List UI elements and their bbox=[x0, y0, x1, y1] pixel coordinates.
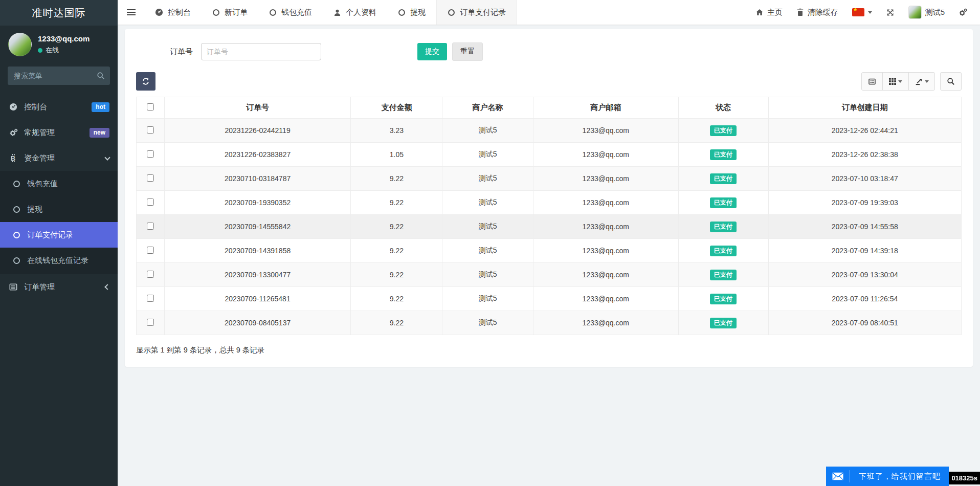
sidebar-item-order-management[interactable]: 订单管理 bbox=[0, 274, 118, 300]
topbar-tab-3[interactable]: 个人资料 bbox=[323, 0, 387, 25]
table-search-button[interactable] bbox=[940, 72, 962, 91]
row-checkbox[interactable] bbox=[147, 150, 154, 158]
table-row[interactable]: 20231226-02442119 3.23 测试5 1233@qq.com 已… bbox=[137, 119, 962, 143]
caret-down-icon bbox=[868, 11, 872, 14]
row-checkbox[interactable] bbox=[147, 174, 154, 182]
submit-button[interactable]: 提交 bbox=[417, 43, 447, 60]
table-row[interactable]: 20230710-03184787 9.22 测试5 1233@qq.com 已… bbox=[137, 167, 962, 191]
cell-amount: 9.22 bbox=[351, 191, 442, 215]
topbar-tab-2[interactable]: 钱包充值 bbox=[258, 0, 323, 25]
status-badge: 已支付 bbox=[710, 270, 737, 280]
user-panel: 1233@qq.com 在线 bbox=[0, 26, 118, 60]
fullscreen-toggle[interactable] bbox=[886, 8, 895, 17]
user-status: 在线 bbox=[38, 46, 90, 55]
table-view-controls bbox=[861, 72, 962, 91]
sidebar-item-funds[interactable]: B 资金管理 bbox=[0, 145, 118, 171]
topbar: 控制台 新订单 钱包充值 个人资料 提现 订单支付记录 主页 bbox=[118, 0, 980, 25]
sidebar-item-online-wallet-recharge-records[interactable]: 在线钱包充值记录 bbox=[0, 248, 118, 273]
sidebar-item-console[interactable]: 控制台 hot bbox=[0, 94, 118, 120]
user-avatar[interactable] bbox=[8, 33, 32, 56]
funds-submenu: 钱包充值 提现 订单支付记录 在线钱包充值记录 bbox=[0, 171, 118, 274]
tab-label: 钱包充值 bbox=[281, 8, 312, 17]
home-link[interactable]: 主页 bbox=[755, 8, 783, 17]
cell-order-no: 20230710-03184787 bbox=[164, 167, 351, 191]
cell-created: 2023-07-10 03:18:47 bbox=[768, 167, 962, 191]
row-checkbox[interactable] bbox=[147, 295, 154, 302]
sidebar: 准时达国际 1233@qq.com 在线 bbox=[0, 0, 118, 486]
cogs-icon bbox=[8, 128, 18, 137]
topbar-tab-0[interactable]: 控制台 bbox=[144, 0, 202, 25]
table-row[interactable]: 20230709-19390352 9.22 测试5 1233@qq.com 已… bbox=[137, 191, 962, 215]
circle-icon bbox=[448, 9, 455, 16]
cell-order-no: 20230709-14391858 bbox=[164, 239, 351, 263]
cell-merchant: 测试5 bbox=[442, 215, 533, 239]
select-all-checkbox[interactable] bbox=[147, 103, 154, 111]
cell-email: 1233@qq.com bbox=[533, 215, 678, 239]
cell-order-no: 20230709-08405137 bbox=[164, 311, 351, 335]
cell-order-no: 20231226-02442119 bbox=[164, 119, 351, 143]
user-menu[interactable]: 测试5 bbox=[908, 6, 945, 19]
sidebar-item-order-payment-records[interactable]: 订单支付记录 bbox=[0, 222, 118, 248]
order-no-input[interactable] bbox=[201, 43, 321, 60]
row-checkbox[interactable] bbox=[147, 247, 154, 254]
export-dropdown-button[interactable] bbox=[908, 72, 935, 91]
table-row[interactable]: 20230709-14555842 9.22 测试5 1233@qq.com 已… bbox=[137, 215, 962, 239]
sidebar-item-wallet-recharge[interactable]: 钱包充值 bbox=[0, 171, 118, 196]
status-badge: 已支付 bbox=[710, 197, 737, 208]
table-row[interactable]: 20230709-13300477 9.22 测试5 1233@qq.com 已… bbox=[137, 263, 962, 287]
row-checkbox[interactable] bbox=[147, 319, 154, 326]
cell-amount: 1.05 bbox=[351, 143, 442, 167]
cell-merchant: 测试5 bbox=[442, 263, 533, 287]
cell-email: 1233@qq.com bbox=[533, 263, 678, 287]
dashboard-icon bbox=[155, 8, 163, 16]
table-row[interactable]: 20231226-02383827 1.05 测试5 1233@qq.com 已… bbox=[137, 143, 962, 167]
sidebar-item-general-settings[interactable]: 常规管理 new bbox=[0, 120, 118, 145]
row-checkbox[interactable] bbox=[147, 271, 154, 278]
settings-button[interactable] bbox=[959, 8, 968, 17]
page-content: 订单号 提交 重置 bbox=[118, 25, 980, 486]
table-row[interactable]: 20230709-11265481 9.22 测试5 1233@qq.com 已… bbox=[137, 287, 962, 311]
cell-amount: 9.22 bbox=[351, 167, 442, 191]
brand-logo[interactable]: 准时达国际 bbox=[0, 0, 118, 26]
topbar-tab-5[interactable]: 订单支付记录 bbox=[436, 0, 517, 25]
hot-badge: hot bbox=[92, 102, 109, 112]
row-checkbox[interactable] bbox=[147, 126, 154, 134]
table-row[interactable]: 20230709-14391858 9.22 测试5 1233@qq.com 已… bbox=[137, 239, 962, 263]
status-badge: 已支付 bbox=[710, 318, 737, 328]
topbar-tab-1[interactable]: 新订单 bbox=[202, 0, 258, 25]
cell-email: 1233@qq.com bbox=[533, 119, 678, 143]
row-checkbox[interactable] bbox=[147, 198, 154, 206]
cell-order-no: 20230709-13300477 bbox=[164, 263, 351, 287]
sidebar-search-input[interactable] bbox=[8, 67, 110, 85]
circle-icon bbox=[11, 232, 21, 238]
reset-button[interactable]: 重置 bbox=[452, 42, 483, 61]
new-badge: new bbox=[90, 128, 109, 138]
cell-amount: 9.22 bbox=[351, 311, 442, 335]
tab-label: 订单支付记录 bbox=[460, 8, 506, 17]
filter-form: 订单号 提交 重置 bbox=[136, 42, 962, 61]
circle-icon bbox=[269, 9, 277, 16]
cell-email: 1233@qq.com bbox=[533, 143, 678, 167]
trash-icon bbox=[796, 8, 804, 16]
tab-label: 控制台 bbox=[168, 8, 191, 17]
sidebar-item-withdraw[interactable]: 提现 bbox=[0, 196, 118, 222]
language-selector[interactable]: ★ bbox=[852, 8, 872, 16]
detail-view-button[interactable] bbox=[861, 72, 883, 91]
cell-order-no: 20231226-02383827 bbox=[164, 143, 351, 167]
clear-cache-link[interactable]: 清除缓存 bbox=[796, 8, 838, 17]
cell-created: 2023-12-26 02:38:38 bbox=[768, 143, 962, 167]
row-checkbox[interactable] bbox=[147, 223, 154, 230]
tab-label: 新订单 bbox=[225, 8, 248, 17]
leave-message-bar[interactable]: 下班了，给我们留言吧 bbox=[826, 467, 949, 486]
chat-widget: 下班了，给我们留言吧 018325s bbox=[826, 467, 980, 486]
table-row[interactable]: 20230709-08405137 9.22 测试5 1233@qq.com 已… bbox=[137, 311, 962, 335]
topbar-tab-4[interactable]: 提现 bbox=[387, 0, 436, 25]
cell-amount: 3.23 bbox=[351, 119, 442, 143]
refresh-button[interactable] bbox=[136, 72, 155, 91]
caret-down-icon bbox=[925, 80, 929, 83]
sidebar-menu: 控制台 hot bbox=[0, 94, 118, 486]
columns-dropdown-button[interactable] bbox=[882, 72, 909, 91]
online-dot-icon bbox=[38, 48, 42, 53]
hamburger-menu-icon[interactable] bbox=[118, 0, 144, 25]
cell-email: 1233@qq.com bbox=[533, 311, 678, 335]
